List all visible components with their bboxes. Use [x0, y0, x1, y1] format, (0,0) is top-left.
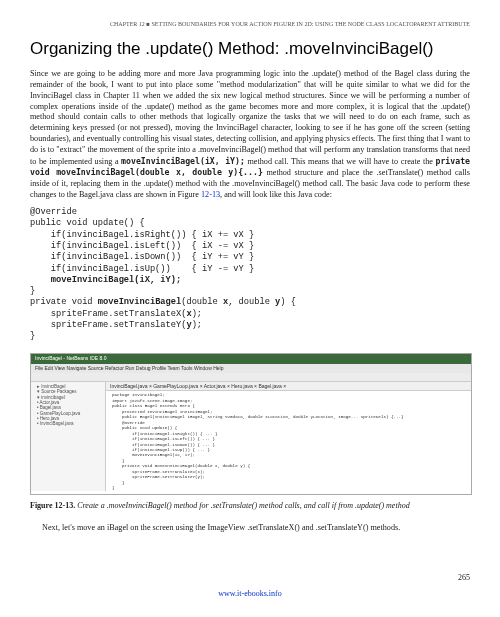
ide-menubar: File Edit View Navigate Source Refactor … — [31, 364, 471, 373]
page-number: 265 — [30, 573, 470, 584]
body-paragraph: Since we are going to be adding more and… — [30, 69, 470, 201]
figure-caption-text: Create a .moveInvinciBagel() method for … — [75, 501, 409, 510]
code-listing: @Override public void update() { if(invi… — [30, 207, 470, 343]
chapter-header: CHAPTER 12 ■ SETTING BOUNDARIES FOR YOUR… — [30, 20, 470, 28]
ide-editor-tabs: InvinciBagel.java × GamePlayLoop.java × … — [106, 382, 471, 392]
ide-project-tree: ▸ InvinciBagel ▾ Source Packages ▾ invin… — [31, 382, 106, 491]
ide-navigator: ⊕ moveInvinciBagel ≫ — [106, 494, 471, 495]
tree-item: • InvinciBagel.java — [33, 421, 103, 426]
para-text: Since we are going to be adding more and… — [30, 69, 470, 166]
ide-toolbar — [31, 373, 471, 382]
ide-titlebar: InvinciBagel - NetBeans IDE 8.0 — [31, 354, 471, 364]
para-text: method call. This means that we will hav… — [245, 157, 436, 166]
footer-link[interactable]: www.it-ebooks.info — [30, 589, 470, 600]
body-text: Next, let's move an iBagel on the screen… — [30, 522, 470, 533]
inline-code: moveInvinciBagel(iX, iY); — [121, 156, 245, 166]
figure-caption: Figure 12-13. Create a .moveInvinciBagel… — [30, 501, 470, 512]
para-text: , and will look like this Java code: — [220, 190, 332, 199]
section-heading: Organizing the .update() Method: .moveIn… — [30, 38, 470, 61]
figure-label: Figure 12-13. — [30, 501, 75, 510]
ide-code-editor: package invincibagel; import javafx.scen… — [106, 391, 471, 493]
ide-screenshot: InvinciBagel - NetBeans IDE 8.0 File Edi… — [30, 353, 472, 495]
figure-ref-link[interactable]: 12-13 — [201, 190, 220, 199]
